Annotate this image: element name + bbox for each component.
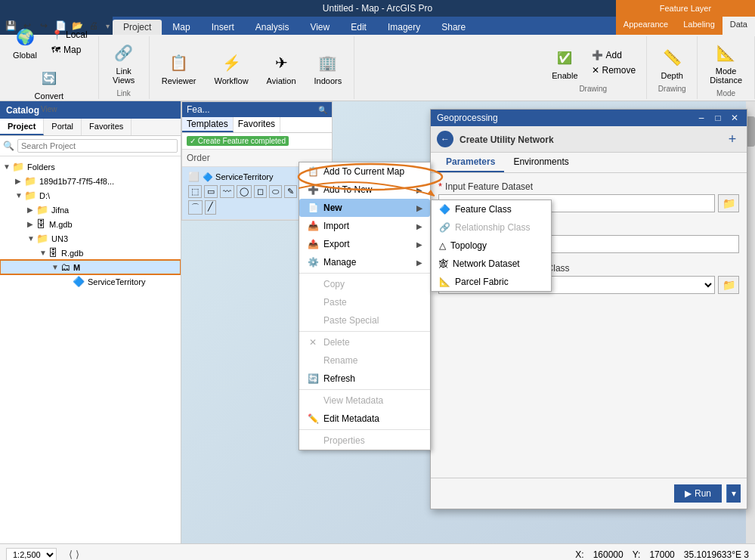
ctx-add-to-new[interactable]: ➕ Add To New ▶ xyxy=(299,181,430,199)
geo-back-button[interactable]: ← xyxy=(437,131,453,147)
input-feature-dataset-browse[interactable]: 📁 xyxy=(718,194,739,212)
tab-analysis[interactable]: Analysis xyxy=(245,20,300,35)
mgdb-toggle[interactable]: ▶ xyxy=(27,220,36,228)
scale-select[interactable]: 1:2,500 xyxy=(6,548,57,561)
tree-item-mgdb[interactable]: ▶ 🗄 M.gdb xyxy=(0,217,181,231)
tab-data[interactable]: Data xyxy=(723,17,755,35)
ctx-add-current-map[interactable]: 📋 Add To Current Map xyxy=(299,162,430,181)
draw-circle-tool[interactable]: ◯ xyxy=(237,185,252,198)
tree-item-189d[interactable]: ▶ 📁 189d1b77-f7f5-4f8... xyxy=(0,174,181,188)
add-current-map-icon: 📋 xyxy=(307,166,319,177)
folders-toggle[interactable]: ▼ xyxy=(3,162,12,171)
draw-path-tool[interactable]: ✎ xyxy=(284,185,297,198)
ctx-new[interactable]: 📄 New ▶ xyxy=(299,199,430,217)
enable-button[interactable]: ✅ Enable xyxy=(546,42,583,83)
service-territory-fc-browse[interactable]: 📁 xyxy=(718,276,739,294)
geo-close-button[interactable]: ✕ xyxy=(729,113,741,123)
draw-arc-tool[interactable]: ⌒ xyxy=(188,200,203,215)
global-label: Global xyxy=(13,51,37,60)
draw-square-tool[interactable]: ◻ xyxy=(254,185,267,198)
tree-item-serviceterritory[interactable]: 🔷 ServiceTerritory xyxy=(0,274,181,289)
local-label: Local xyxy=(66,29,88,40)
geo-minimize-button[interactable]: – xyxy=(695,113,707,123)
tree-item-un3[interactable]: ▼ 📁 UN3 xyxy=(0,231,181,246)
ctx-rename-label: Rename xyxy=(323,355,357,366)
tree-item-m[interactable]: ▼ 🗂 M xyxy=(0,260,181,274)
catalog-search-bar: 🔍 xyxy=(0,136,181,156)
tree-item-folders[interactable]: ▼ 📁 Folders xyxy=(0,159,181,174)
indoors-button[interactable]: 🏢 Indoors xyxy=(308,48,348,88)
ctx-export-label: Export xyxy=(323,239,350,249)
ctx-import[interactable]: 📥 Import ▶ xyxy=(299,217,430,235)
depth-button[interactable]: 📏 Depth xyxy=(653,42,691,83)
indoors-label: Indoors xyxy=(314,76,342,85)
geo-tab-environments[interactable]: Environments xyxy=(504,153,577,172)
fc-icon: 🔷 xyxy=(73,276,85,287)
tab-edit[interactable]: Edit xyxy=(340,20,377,35)
draw-polygon-tool[interactable]: ⬚ xyxy=(188,185,202,198)
global-button[interactable]: 🌍 Global xyxy=(6,22,44,63)
workflow-button[interactable]: ⚡ Workflow xyxy=(209,48,255,88)
tab-appearance[interactable]: Appearance xyxy=(616,17,676,35)
tab-share[interactable]: Share xyxy=(431,20,476,35)
sub-topology[interactable]: △ Topology xyxy=(432,237,551,255)
draw-rectangle-tool[interactable]: ▭ xyxy=(204,185,218,198)
add-icon: ➕ xyxy=(592,50,603,60)
tab-imagery[interactable]: Imagery xyxy=(377,20,431,35)
run-button[interactable]: ▶ Run xyxy=(674,484,722,503)
ctx-add-current-map-label: Add To Current Map xyxy=(323,166,404,177)
tree-item-d-drive[interactable]: ▼ 📁 D:\ xyxy=(0,188,181,203)
link-views-button[interactable]: 🔗 LinkViews xyxy=(105,38,143,88)
rgdb-toggle[interactable]: ▼ xyxy=(39,249,48,257)
ctx-edit-metadata[interactable]: ✏️ Edit Metadata xyxy=(299,410,430,428)
catalog-tab-favorites[interactable]: Favorites xyxy=(82,119,132,135)
189d-toggle[interactable]: ▶ xyxy=(15,177,24,185)
jifna-toggle[interactable]: ▶ xyxy=(27,206,36,214)
geo-undock-button[interactable]: □ xyxy=(712,113,724,123)
sub-feature-class[interactable]: 🔷 Feature Class xyxy=(432,200,551,218)
catalog-tab-portal[interactable]: Portal xyxy=(44,119,82,135)
tab-project[interactable]: Project xyxy=(113,20,162,35)
ctx-manage[interactable]: ⚙️ Manage ▶ xyxy=(299,253,430,271)
convert-button[interactable]: 🔄 Convert xyxy=(29,63,70,104)
draw-ellipse-tool[interactable]: ⬭ xyxy=(269,185,282,198)
topology-label: Topology xyxy=(450,240,487,251)
map-button[interactable]: 🗺 Map xyxy=(47,43,92,57)
un3-toggle[interactable]: ▼ xyxy=(27,234,36,243)
rgdb-label: R.gdb xyxy=(61,249,83,258)
aviation-label: Aviation xyxy=(267,76,296,85)
sub-parcel-fabric[interactable]: 📐 Parcel Fabric xyxy=(432,273,551,291)
tree-item-jifna[interactable]: ▶ 📁 Jifna xyxy=(0,203,181,217)
tab-labeling[interactable]: Labeling xyxy=(676,17,723,35)
topology-icon: △ xyxy=(439,240,446,251)
search-input[interactable] xyxy=(17,139,178,153)
ctx-sep-4 xyxy=(299,429,430,430)
ctx-edit-metadata-label: Edit Metadata xyxy=(323,413,379,424)
geo-tab-parameters[interactable]: Parameters xyxy=(437,153,504,172)
catalog-tab-project[interactable]: Project xyxy=(0,119,44,135)
draw-line-tool[interactable]: ╱ xyxy=(205,200,216,215)
ctx-export[interactable]: 📤 Export ▶ xyxy=(299,235,430,253)
add-label: Add xyxy=(606,50,622,60)
tab-favorites[interactable]: Favorites xyxy=(234,117,280,132)
reviewer-button[interactable]: 📋 Reviewer xyxy=(156,48,203,88)
aviation-button[interactable]: ✈ Aviation xyxy=(261,48,302,88)
draw-freehand-tool[interactable]: 〰 xyxy=(220,185,234,198)
run-dropdown-button[interactable]: ▾ xyxy=(726,484,741,503)
remove-button[interactable]: ✕ Remove xyxy=(587,63,641,77)
ctx-refresh[interactable]: 🔄 Refresh xyxy=(299,370,430,388)
tab-map[interactable]: Map xyxy=(162,20,200,35)
tab-insert[interactable]: Insert xyxy=(201,20,245,35)
tab-templates[interactable]: Templates xyxy=(182,117,234,132)
tree-item-rgdb[interactable]: ▼ 🗄 R.gdb xyxy=(0,246,181,260)
add-button[interactable]: ➕ Add xyxy=(587,48,641,62)
geo-add-button[interactable]: + xyxy=(724,131,741,147)
ctx-paste-label: Paste xyxy=(323,297,347,308)
mode-button[interactable]: 📐 ModeDistance xyxy=(704,38,748,88)
d-drive-toggle[interactable]: ▼ xyxy=(15,191,24,200)
remove-icon: ✕ xyxy=(592,65,599,76)
m-toggle[interactable]: ▼ xyxy=(51,263,60,271)
sub-network-dataset[interactable]: 🕸 Network Dataset xyxy=(432,255,551,273)
tab-view[interactable]: View xyxy=(299,20,340,35)
local-button[interactable]: 📍 Local xyxy=(47,28,92,42)
